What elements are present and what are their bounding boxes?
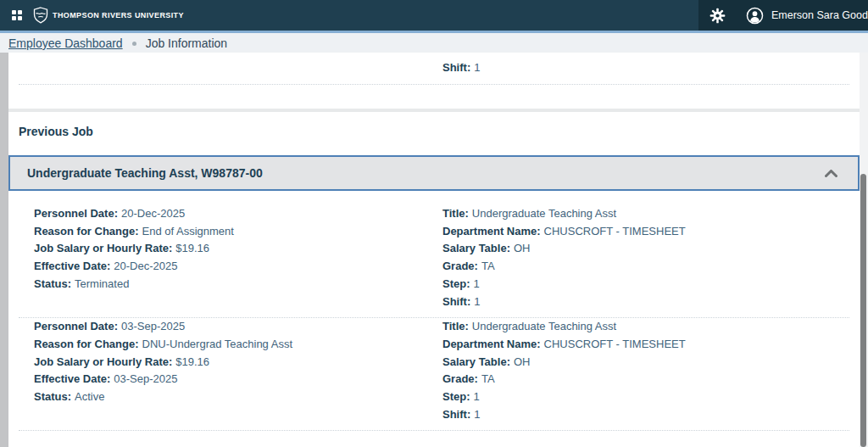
field-row: Title:Undergraduate Teaching Asst (442, 318, 860, 336)
field-row: Department Name:CHUSCROFT - TIMESHEET (442, 336, 860, 354)
field-value: Undergraduate Teaching Asst (472, 207, 616, 220)
field-value: 1 (474, 61, 480, 74)
field-label: Status: (34, 277, 71, 290)
field-value: 1 (474, 408, 480, 421)
previous-job-panel: Previous Job Undergraduate Teaching Asst… (8, 112, 860, 447)
field-row: Salary Table:OH (442, 240, 860, 258)
field-label: Title: (442, 207, 469, 220)
field-value: DNU-Undergrad Teaching Asst (142, 338, 293, 350)
field-row: Shift:1 (442, 293, 860, 311)
app-window: THOMPSON RIVERS UNIVERSITY (0, 0, 868, 447)
field-row: Grade:TA (442, 371, 860, 388)
field-label: Salary Table: (442, 242, 510, 254)
field-label: Department Name: (442, 338, 541, 350)
breadcrumb-link-employee-dashboard[interactable]: Employee Dashboard (8, 36, 123, 50)
main-panels: Shift:1 Previous Job Undergraduate Teach… (8, 53, 860, 447)
field-value: 1 (474, 390, 480, 403)
field-value: OH (514, 355, 531, 368)
settings-button[interactable] (709, 8, 726, 24)
user-name[interactable]: Emerson Sara Goodall (771, 9, 868, 21)
field-row: Grade:TA (442, 258, 860, 276)
accordion-body: Personnel Date:20-Dec-2025 Reason for Ch… (8, 191, 860, 431)
field-value: $19.16 (175, 242, 209, 254)
field-value: TA (481, 372, 495, 385)
field-label: Title: (442, 320, 469, 332)
tru-shield-logo-icon (33, 7, 48, 24)
field-label: Shift: (442, 61, 470, 74)
job-record-left-column: Personnel Date:03-Sep-2025 Reason for Ch… (34, 318, 442, 423)
job-record-left-column: Personnel Date:20-Dec-2025 Reason for Ch… (34, 205, 442, 310)
field-label: Personnel Date: (34, 207, 118, 220)
field-row: Reason for Change:End of Assignment (34, 223, 442, 241)
gear-icon (709, 8, 726, 24)
top-navbar: THOMPSON RIVERS UNIVERSITY (0, 0, 868, 31)
job-record: Personnel Date:03-Sep-2025 Reason for Ch… (8, 318, 860, 423)
previous-job-accordion-header[interactable]: Undergraduate Teaching Asst, W98787-00 (8, 155, 860, 191)
field-row: Status:Active (34, 388, 442, 406)
field-value: End of Assignment (142, 225, 234, 237)
field-row: Title:Undergraduate Teaching Asst (442, 205, 860, 223)
field-row: Shift:1 (442, 406, 860, 424)
field-value: 03-Sep-2025 (114, 372, 177, 385)
field-row: Job Salary or Hourly Rate:$19.16 (34, 354, 442, 372)
field-value: $19.16 (175, 355, 209, 368)
brand-text: THOMPSON RIVERS UNIVERSITY (53, 11, 184, 20)
field-row: Personnel Date:20-Dec-2025 (34, 205, 442, 223)
field-row: Reason for Change:DNU-Undergrad Teaching… (34, 336, 442, 354)
field-label: Grade: (442, 372, 478, 385)
field-label: Department Name: (442, 225, 541, 237)
field-label: Reason for Change: (34, 338, 139, 350)
dotted-divider (19, 430, 849, 431)
accordion-title: Undergraduate Teaching Asst, W98787-00 (27, 166, 263, 180)
field-row: Personnel Date:03-Sep-2025 (34, 318, 442, 336)
field-label: Shift: (442, 295, 470, 308)
user-icon (746, 7, 764, 25)
field-row: Step:1 (442, 276, 860, 293)
field-value: Active (75, 390, 104, 403)
job-record-right-column: Title:Undergraduate Teaching Asst Depart… (442, 318, 860, 423)
field-row: Effective Date:20-Dec-2025 (34, 258, 442, 276)
profile-button[interactable] (746, 7, 764, 25)
field-value: CHUSCROFT - TIMESHEET (544, 225, 686, 237)
navbar-brand-section: THOMPSON RIVERS UNIVERSITY (0, 0, 184, 31)
field-row: Salary Table:OH (442, 354, 860, 372)
field-row: Status:Terminated (34, 276, 442, 293)
field-value: Terminated (75, 277, 129, 290)
scrollbar-thumb[interactable] (860, 174, 866, 447)
field-value: TA (481, 260, 495, 272)
field-value: Undergraduate Teaching Asst (472, 320, 616, 332)
field-value: 20-Dec-2025 (114, 260, 177, 272)
field-label: Status: (34, 390, 71, 403)
field-label: Job Salary or Hourly Rate: (34, 355, 172, 368)
field-row: Job Salary or Hourly Rate:$19.16 (34, 240, 442, 258)
current-job-tail-panel: Shift:1 (8, 53, 860, 109)
field-label: Salary Table: (442, 355, 510, 368)
job-record-right-column: Title:Undergraduate Teaching Asst Depart… (442, 205, 860, 310)
field-label: Shift: (442, 408, 470, 421)
scrollbar[interactable] (860, 53, 868, 447)
job-record: Personnel Date:20-Dec-2025 Reason for Ch… (8, 205, 860, 310)
field-row: Shift:1 (442, 59, 860, 77)
field-label: Reason for Change: (34, 225, 139, 237)
previous-job-heading: Previous Job (19, 125, 860, 138)
field-label: Personnel Date: (34, 320, 118, 332)
grid-menu-icon (12, 10, 22, 20)
field-label: Step: (442, 390, 470, 403)
field-label: Grade: (442, 260, 478, 272)
field-row: Department Name:CHUSCROFT - TIMESHEET (442, 223, 860, 241)
field-row: Effective Date:03-Sep-2025 (34, 371, 442, 388)
content-area: Shift:1 Previous Job Undergraduate Teach… (0, 53, 868, 447)
field-value: CHUSCROFT - TIMESHEET (544, 338, 686, 350)
breadcrumb-current: Job Information (146, 36, 228, 50)
field-value: 03-Sep-2025 (121, 320, 185, 332)
dotted-divider (19, 84, 849, 85)
app-menu-button[interactable] (12, 10, 22, 20)
chevron-up-icon[interactable] (825, 170, 837, 177)
navbar-user-section: Emerson Sara Goodall (698, 0, 868, 31)
field-label: Job Salary or Hourly Rate: (34, 242, 172, 254)
dot-icon (132, 42, 136, 46)
field-value: OH (514, 242, 531, 254)
breadcrumb: Employee Dashboard Job Information (0, 33, 868, 53)
field-value: 1 (474, 295, 480, 308)
field-value: 1 (474, 277, 480, 290)
